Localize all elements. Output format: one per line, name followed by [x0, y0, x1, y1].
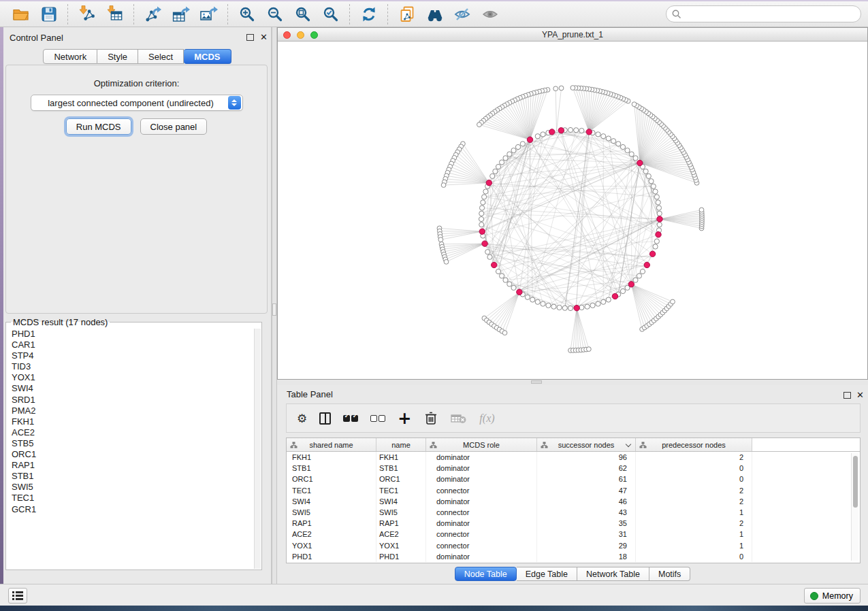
close-panel-icon[interactable]: ✕ [856, 390, 864, 400]
mcds-result-item[interactable]: SWI4 [7, 383, 253, 394]
table-row[interactable]: PHD1PHD1dominator180 [287, 551, 860, 562]
table-row[interactable]: RAP1RAP1dominator352 [287, 518, 860, 529]
save-session-button[interactable] [35, 3, 63, 25]
column-header-name[interactable]: name [376, 438, 426, 451]
mcds-result-item[interactable]: TID3 [7, 361, 253, 372]
zoom-in-button[interactable] [233, 3, 261, 25]
cell-successor-nodes: 31 [537, 529, 636, 540]
tab-edge-table[interactable]: Edge Table [517, 567, 577, 581]
table-row[interactable]: STB1STB1dominator620 [287, 463, 860, 474]
table-row[interactable]: SWI4SWI4dominator462 [287, 496, 860, 507]
float-panel-icon[interactable] [246, 34, 254, 41]
split-panel-button[interactable] [319, 412, 331, 425]
mcds-result-item[interactable]: FKH1 [7, 416, 253, 427]
mcds-list-scrollbar[interactable] [254, 329, 261, 569]
column-header-predecessor-nodes[interactable]: predecessor nodes [636, 438, 752, 451]
zoom-selected-button[interactable] [317, 3, 344, 25]
table-row[interactable]: ORC1ORC1dominator610 [287, 474, 860, 484]
zoom-selected-icon [322, 5, 339, 22]
show-all-button[interactable] [477, 3, 504, 25]
function-builder-button[interactable]: f(x) [479, 412, 494, 425]
cell-successor-nodes: 61 [537, 474, 636, 484]
status-bar: Memory [0, 584, 868, 606]
mcds-result-item[interactable]: CAR1 [7, 340, 253, 350]
table-row[interactable]: FKH1FKH1dominator962 [287, 452, 860, 463]
tab-motifs[interactable]: Motifs [649, 567, 690, 581]
export-table-button[interactable] [167, 3, 195, 25]
cell-predecessor-nodes: 0 [636, 551, 752, 562]
network-canvas[interactable] [278, 42, 867, 379]
export-image-button[interactable] [195, 3, 223, 25]
column-header-shared-name[interactable]: shared name [287, 438, 376, 451]
tab-mcds[interactable]: MCDS [184, 49, 231, 64]
mcds-result-item[interactable]: RAP1 [7, 460, 253, 471]
close-panel-button[interactable]: Close panel [140, 118, 208, 135]
cell-successor-nodes: 43 [537, 507, 636, 518]
mcds-result-item[interactable]: PHD1 [7, 329, 253, 340]
cell-mcds-role: connector [426, 507, 537, 518]
criterion-select[interactable]: largest connected component (undirected) [31, 95, 243, 111]
mcds-result-item[interactable]: STB5 [7, 438, 253, 449]
cell-name: TEC1 [376, 485, 426, 496]
run-mcds-button[interactable]: Run MCDS [66, 118, 131, 135]
table-row[interactable]: ACE2ACE2connector311 [287, 529, 860, 540]
mcds-result-item[interactable]: GCR1 [7, 504, 253, 515]
duplicate-network-button[interactable] [393, 3, 421, 25]
table-settings-button[interactable]: ⚙ [297, 412, 307, 425]
tab-network[interactable]: Network [43, 49, 97, 64]
list-icon [12, 591, 23, 600]
mcds-result-item[interactable]: SRD1 [7, 395, 253, 406]
table-scrollbar[interactable] [851, 453, 858, 561]
table-row[interactable]: YOX1YOX1connector291 [287, 540, 860, 551]
horizontal-splitter[interactable] [277, 380, 868, 385]
mcds-result-item[interactable]: PMA2 [7, 406, 253, 416]
mcds-result-item[interactable]: STB1 [7, 471, 253, 482]
open-file-button[interactable] [7, 3, 35, 25]
memory-button[interactable]: Memory [804, 588, 861, 604]
tab-node-table[interactable]: Node Table [455, 567, 517, 581]
cell-predecessor-nodes: 2 [636, 518, 752, 529]
zoom-fit-button[interactable] [289, 3, 317, 25]
mcds-result-item[interactable]: ORC1 [7, 449, 253, 460]
hide-selected-button[interactable] [449, 3, 477, 25]
splitter-grip[interactable] [531, 380, 542, 384]
export-network-button[interactable] [139, 3, 167, 25]
first-neighbors-button[interactable] [421, 3, 449, 25]
tab-select[interactable]: Select [138, 49, 184, 64]
import-network-button[interactable] [73, 3, 101, 25]
search-input[interactable] [666, 5, 861, 22]
refresh-view-button[interactable] [355, 3, 383, 25]
close-panel-icon[interactable]: ✕ [260, 32, 268, 42]
mcds-result-list: PHD1CAR1STP4TID3YOX1SWI4SRD1PMA2FKH1ACE2… [7, 329, 253, 569]
tab-style[interactable]: Style [97, 49, 138, 64]
table-row[interactable]: SWI5SWI5connector431 [287, 507, 860, 518]
float-panel-icon[interactable] [843, 392, 851, 399]
memory-status-icon [810, 592, 818, 600]
mcds-result-item[interactable]: STP4 [7, 350, 253, 361]
table-row[interactable]: TEC1TEC1connector472 [287, 485, 860, 496]
mcds-result-item[interactable]: SWI5 [7, 482, 253, 493]
cell-name: RAP1 [376, 518, 426, 529]
mcds-result-item[interactable]: TEC1 [7, 493, 253, 503]
unselect-all-columns-button[interactable] [370, 415, 385, 422]
delete-table-button[interactable] [451, 413, 467, 424]
toolbar-separator [227, 4, 228, 24]
select-all-columns-button[interactable] [343, 415, 358, 422]
scrollbar-thumb[interactable] [853, 456, 858, 508]
search-icon [672, 10, 681, 19]
column-header-mcds-role[interactable]: MCDS role [426, 438, 537, 451]
delete-column-button[interactable] [423, 410, 438, 426]
refresh-icon [360, 5, 378, 23]
splitter-grip[interactable] [272, 303, 276, 316]
zoom-out-button[interactable] [261, 3, 289, 25]
tab-network-table[interactable]: Network Table [577, 567, 649, 581]
mcds-result-item[interactable]: YOX1 [7, 372, 253, 383]
table-panel: Table Panel ✕ ⚙ + f(x) shared namenameMC… [277, 385, 868, 584]
task-history-button[interactable] [8, 588, 27, 604]
column-header-successor-nodes[interactable]: successor nodes [537, 438, 636, 451]
vertical-splitter[interactable] [272, 27, 277, 584]
add-column-button[interactable]: + [398, 412, 411, 425]
import-table-button[interactable] [101, 3, 129, 25]
mcds-result-item[interactable]: ACE2 [7, 427, 253, 438]
cell-name: ORC1 [376, 474, 426, 484]
